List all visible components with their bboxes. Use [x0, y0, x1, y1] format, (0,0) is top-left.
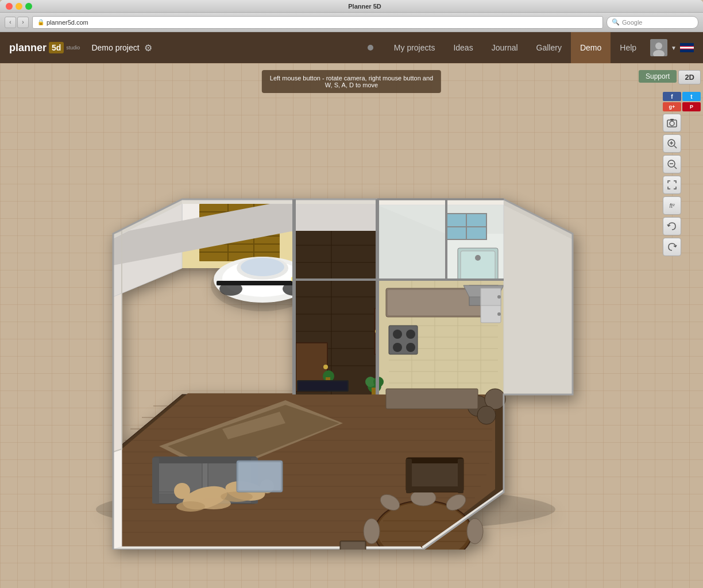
svg-rect-138 [238, 462, 281, 490]
svg-marker-82 [294, 199, 377, 231]
browser-title: Planner 5D [32, 3, 697, 10]
svg-point-110 [497, 295, 501, 299]
view-2d-button[interactable]: 2D [678, 70, 701, 84]
browser-toolbar: ‹ › 🔒 planner5d.com 🔍 Google [0, 13, 703, 32]
scene-3d[interactable] [0, 63, 703, 588]
svg-line-193 [674, 167, 677, 169]
nav-help[interactable]: Help [611, 32, 646, 63]
house-3d-model[interactable] [67, 119, 584, 550]
svg-point-57 [475, 255, 481, 261]
logo-studio: studio [66, 45, 80, 51]
nav-links: My projects Ideas Journal Gallery Demo H… [385, 32, 646, 63]
nav-arrows: ‹ › [5, 17, 29, 28]
app-content: planner 5d studio Demo project ⚙ My proj… [0, 32, 703, 588]
svg-point-1 [655, 42, 662, 49]
back-button[interactable]: ‹ [5, 17, 16, 28]
navbar: planner 5d studio Demo project ⚙ My proj… [0, 32, 703, 63]
svg-point-154 [477, 406, 496, 424]
facebook-share-button[interactable]: f [663, 92, 681, 101]
settings-button[interactable]: ⚙ [144, 42, 152, 53]
svg-rect-180 [406, 459, 412, 493]
units-button[interactable]: ft² [663, 196, 681, 215]
svg-point-106 [393, 343, 402, 352]
svg-point-146 [364, 519, 380, 544]
zoom-out-button[interactable] [663, 155, 681, 173]
logo-5d: 5d [49, 42, 64, 53]
svg-line-190 [674, 146, 677, 148]
svg-point-131 [174, 483, 190, 499]
svg-point-43 [241, 258, 284, 276]
language-flag[interactable] [680, 43, 694, 52]
search-bar[interactable]: 🔍 Google [607, 16, 698, 29]
nav-my-projects[interactable]: My projects [385, 32, 445, 63]
camera-tooltip: Left mouse button - rotate camera, right… [262, 70, 441, 93]
fullscreen-button[interactable] [663, 176, 681, 194]
right-sidebar-tools: f t g+ P [663, 92, 701, 256]
svg-point-104 [393, 330, 402, 339]
zoom-in-button[interactable] [663, 134, 681, 153]
screenshot-button[interactable] [663, 114, 681, 132]
address-bar[interactable]: 🔒 planner5d.com [32, 16, 603, 29]
nav-gallery[interactable]: Gallery [527, 32, 571, 63]
svg-point-105 [406, 330, 415, 339]
units-label: ft² [670, 203, 675, 209]
svg-rect-128 [152, 458, 159, 504]
googleplus-share-button[interactable]: g+ [663, 102, 681, 111]
user-dropdown-arrow[interactable]: ▼ [671, 45, 677, 51]
nav-journal[interactable]: Journal [482, 32, 527, 63]
pinterest-share-button[interactable]: P [682, 102, 701, 111]
project-name: Demo project [91, 43, 139, 52]
browser-titlebar: Planner 5D [0, 0, 703, 13]
logo: planner 5d studio [9, 42, 80, 54]
svg-point-107 [406, 343, 415, 352]
social-share-group: f t g+ P [663, 92, 701, 111]
close-button[interactable] [6, 3, 13, 10]
svg-rect-5 [680, 47, 694, 49]
tooltip-line1: Left mouse button - rotate camera, right… [270, 75, 433, 82]
svg-point-147 [467, 519, 483, 544]
svg-rect-181 [458, 459, 463, 493]
undo-button[interactable] [663, 217, 681, 235]
nav-separator [368, 45, 373, 51]
address-icon: 🔒 [37, 19, 44, 25]
browser-frame: Planner 5D ‹ › 🔒 planner5d.com 🔍 Google … [0, 0, 703, 588]
svg-point-185 [670, 121, 674, 126]
svg-rect-186 [670, 119, 674, 121]
nav-user: ▼ [650, 39, 694, 56]
minimize-button[interactable] [16, 3, 22, 10]
main-area: Left mouse button - rotate camera, right… [0, 63, 703, 588]
svg-point-133 [176, 501, 205, 512]
address-text: planner5d.com [47, 19, 88, 26]
tooltip-line2: W, S, A, D to move [325, 82, 378, 88]
svg-rect-119 [298, 381, 347, 390]
search-icon: 🔍 [612, 18, 620, 26]
logo-text: planner [9, 42, 47, 54]
svg-point-136 [221, 492, 253, 502]
svg-point-79 [323, 365, 328, 369]
search-placeholder: Google [622, 19, 642, 26]
maximize-button[interactable] [25, 3, 32, 10]
user-avatar[interactable] [650, 39, 667, 56]
floor-plan-svg [67, 119, 584, 550]
redo-button[interactable] [663, 238, 681, 256]
svg-marker-160 [113, 449, 122, 550]
svg-rect-183 [341, 542, 365, 550]
support-button[interactable]: Support [639, 70, 677, 83]
svg-rect-179 [407, 458, 462, 463]
twitter-share-button[interactable]: t [682, 92, 701, 101]
nav-demo[interactable]: Demo [571, 32, 611, 63]
svg-point-111 [497, 312, 501, 316]
forward-button[interactable]: › [17, 17, 29, 28]
svg-rect-155 [386, 389, 478, 409]
window-controls [6, 3, 32, 10]
nav-ideas[interactable]: Ideas [444, 32, 482, 63]
